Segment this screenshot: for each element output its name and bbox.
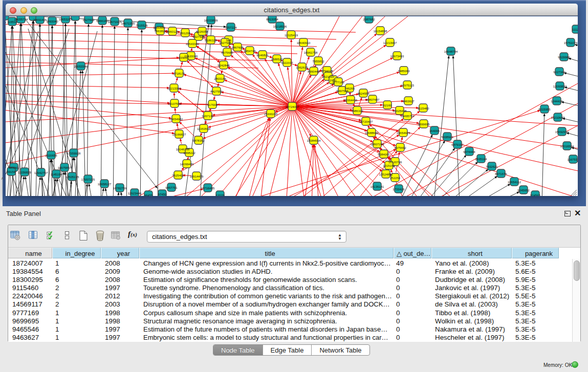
svg-text:7357224: 7357224 [225,26,237,29]
svg-text:12213967: 12213967 [383,41,397,45]
svg-text:10975857: 10975857 [58,166,72,169]
svg-text:8675685: 8675685 [221,51,233,54]
svg-text:15720407: 15720407 [359,120,373,123]
svg-text:10653267: 10653267 [59,18,73,21]
svg-text:9245652: 9245652 [517,189,530,192]
svg-text:10958127: 10958127 [98,183,112,186]
svg-text:2935114: 2935114 [475,158,488,161]
svg-text:9115460: 9115460 [418,107,430,110]
svg-text:17016504: 17016504 [560,145,574,148]
svg-text:97450: 97450 [158,193,167,196]
svg-text:19495754: 19495754 [401,115,415,118]
svg-text:7625402: 7625402 [172,174,184,177]
svg-text:10025438: 10025438 [393,110,407,113]
svg-text:9084067: 9084067 [378,153,390,156]
svg-text:12942757: 12942757 [34,171,48,174]
svg-text:15692971: 15692971 [555,130,569,134]
svg-text:2867608: 2867608 [231,46,244,49]
svg-text:9463627: 9463627 [402,100,415,103]
svg-text:891295: 891295 [180,32,191,35]
svg-text:3624554: 3624554 [357,92,369,95]
svg-text:16782759: 16782759 [113,187,127,190]
svg-text:20053346: 20053346 [74,65,88,68]
svg-text:1588520: 1588520 [271,58,283,61]
svg-text:1621022: 1621022 [322,75,334,78]
svg-text:8660123: 8660123 [166,30,179,33]
svg-text:19218506: 19218506 [273,25,287,28]
svg-text:485061: 485061 [9,166,19,169]
svg-text:16033809: 16033809 [204,19,218,22]
svg-text:16210643: 16210643 [551,116,565,119]
svg-text:10973493: 10973493 [390,55,404,58]
svg-text:12975115: 12975115 [401,84,415,87]
svg-text:14055724: 14055724 [14,18,28,21]
svg-text:1527602: 1527602 [82,18,95,21]
svg-text:19384554: 19384554 [307,139,321,142]
svg-text:10807487: 10807487 [366,98,380,101]
svg-text:12923446: 12923446 [128,192,142,195]
svg-text:5938923: 5938923 [441,136,453,139]
svg-text:9329966: 9329966 [558,56,570,59]
svg-text:7955812: 7955812 [312,60,324,63]
svg-text:10654112: 10654112 [508,181,521,184]
svg-text:1244419: 1244419 [551,100,563,103]
svg-text:7515526: 7515526 [136,24,148,27]
svg-text:164095: 164095 [429,129,440,133]
svg-text:10543342: 10543342 [186,42,200,46]
svg-text:1893040: 1893040 [46,20,58,23]
svg-text:9777169: 9777169 [332,81,344,84]
svg-text:20364436: 20364436 [344,99,358,102]
svg-text:252254: 252254 [390,177,401,180]
svg-text:14099489: 14099489 [180,163,194,166]
svg-text:5322037: 5322037 [281,61,293,64]
svg-text:11353594: 11353594 [197,127,211,130]
svg-text:15716485: 15716485 [201,187,215,190]
svg-text:924565: 924565 [530,194,541,196]
svg-text:9699695: 9699695 [418,123,430,126]
svg-text:7986322: 7986322 [351,110,363,113]
svg-text:96455: 96455 [144,194,153,196]
svg-text:746266: 746266 [344,87,355,90]
svg-text:12093822: 12093822 [553,85,567,88]
svg-text:18724007: 18724007 [286,105,299,108]
svg-text:14671355: 14671355 [121,22,135,25]
svg-text:917006: 917006 [207,103,218,106]
svg-text:6794028: 6794028 [321,70,333,73]
svg-text:8427552: 8427552 [210,90,223,93]
svg-text:1498222: 1498222 [183,151,195,155]
svg-text:7485063: 7485063 [398,70,410,73]
svg-text:19166827: 19166827 [172,133,186,136]
svg-text:11325419: 11325419 [285,34,298,37]
svg-text:1362615: 1362615 [296,66,308,69]
svg-text:16648784: 16648784 [444,50,458,53]
svg-text:1975692: 1975692 [394,146,406,149]
svg-text:1167533: 1167533 [568,158,578,161]
svg-text:14136141: 14136141 [371,185,384,188]
svg-text:18640910: 18640910 [297,41,311,45]
svg-text:8990448: 8990448 [308,70,320,73]
svg-text:5878352: 5878352 [192,139,205,142]
svg-text:18807249: 18807249 [371,143,384,146]
svg-text:1015152: 1015152 [383,164,395,167]
svg-text:8813054: 8813054 [266,18,278,21]
svg-text:2087682: 2087682 [363,18,375,21]
svg-text:2803144: 2803144 [214,77,226,80]
svg-text:2718176: 2718176 [173,72,185,75]
svg-text:9146821: 9146821 [256,54,269,57]
svg-text:39154: 39154 [7,170,16,173]
svg-text:8215955: 8215955 [538,108,551,111]
svg-text:11156829: 11156829 [18,171,31,174]
svg-text:2020656: 2020656 [45,154,57,157]
svg-text:62160: 62160 [383,104,392,107]
svg-text:16961758: 16961758 [304,51,318,54]
svg-text:10688609: 10688609 [365,132,379,135]
svg-text:20691406: 20691406 [33,18,47,21]
svg-text:16120746: 16120746 [388,161,402,164]
svg-text:10046788: 10046788 [176,148,190,151]
svg-text:12213369: 12213369 [167,87,181,90]
svg-text:9242848: 9242848 [217,64,230,67]
svg-text:7663822: 7663822 [154,30,166,33]
svg-text:1630889: 1630889 [153,26,165,29]
svg-text:3267130: 3267130 [202,115,214,118]
svg-text:13524851: 13524851 [379,173,393,176]
